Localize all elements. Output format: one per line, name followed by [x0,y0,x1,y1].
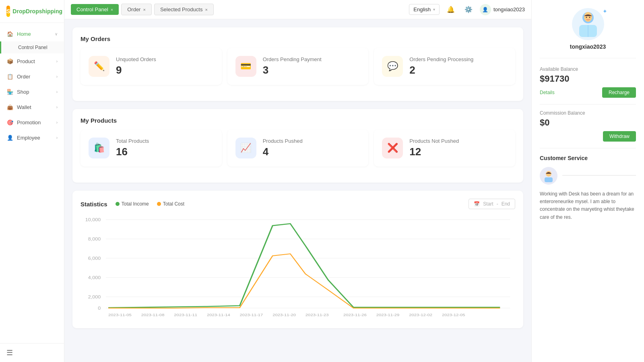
employee-chevron: › [56,136,58,140]
settings-button[interactable]: ⚙️ [462,3,475,16]
income-legend-label: Total Income [122,201,149,207]
notification-button[interactable]: 🔔 [444,3,457,16]
sidebar-item-shop-label: Shop [17,89,29,95]
bell-icon: 🔔 [447,6,455,13]
customer-service-title: Customer Service [540,155,636,161]
language-label: English [413,6,431,12]
sidebar-item-promotion[interactable]: 🎯 Promotion › [0,115,64,130]
products-pushed-value: 4 [263,146,303,158]
sidebar: S DropDropshipping 🏠 Home ∨ Control Pane… [0,0,64,362]
stats-title: Statistics [80,201,107,208]
tab-control-panel-close[interactable]: × [111,7,113,12]
promotion-icon: 🎯 [6,119,14,126]
pending-processing-value: 2 [409,64,473,76]
cs-line [562,175,636,176]
svg-text:2023-11-23: 2023-11-23 [305,313,329,317]
details-link[interactable]: Details [540,90,555,95]
cs-avatar-svg [541,169,556,183]
sidebar-item-control-panel[interactable]: Control Panel [0,41,64,53]
profile-section: ✦ tongxiao2023 [540,8,636,58]
tab-selected-products[interactable]: Selected Products × [154,4,214,15]
svg-text:2023-11-05: 2023-11-05 [108,313,132,317]
commission-balance-section: Commission Balance $0 Withdraw [540,110,636,142]
products-pushed-label: Products Pushed [263,138,303,144]
svg-text:10,000: 10,000 [85,218,101,222]
avatar-stars: ✦ [603,8,607,14]
username-label: tongxiao2023 [493,6,525,12]
language-chevron-icon: ▾ [433,7,435,12]
sidebar-item-order-label: Order [17,74,30,80]
wallet-chevron: › [56,105,58,109]
pending-processing-info: Orders Pending Processing 2 [409,56,473,76]
total-products-value: 16 [116,146,149,158]
avatar-svg [574,10,603,39]
sidebar-item-wallet[interactable]: 👜 Wallet › [0,99,64,115]
svg-point-26 [584,12,592,22]
svg-text:2023-11-20: 2023-11-20 [272,313,296,317]
svg-rect-31 [545,177,553,182]
tab-order[interactable]: Order × [121,4,152,15]
main-wrapper: Control Panel × Order × Selected Product… [64,0,644,362]
svg-text:2023-11-17: 2023-11-17 [240,313,263,317]
svg-point-28 [589,17,590,18]
orders-section: My Orders ✏️ Unquoted Orders 9 💳 [72,27,523,101]
tab-control-panel[interactable]: Control Panel × [71,4,119,15]
svg-text:2023-11-29: 2023-11-29 [376,313,400,317]
sidebar-item-product[interactable]: 📦 Product › [0,53,64,69]
sidebar-item-wallet-label: Wallet [17,104,31,110]
language-selector[interactable]: English ▾ [409,4,440,15]
total-products-info: Total Products 16 [116,138,149,158]
sidebar-item-employee[interactable]: 👤 Employee › [0,130,64,145]
sidebar-item-home[interactable]: 🏠 Home ∨ [0,26,64,41]
pending-payment-label: Orders Pending Payment [263,56,322,62]
pending-payment-card: 💳 Orders Pending Payment 3 [227,48,369,85]
products-not-pushed-value: 12 [409,146,459,158]
commission-balance-amount: $0 [540,117,636,128]
date-start: Start [483,201,493,207]
tab-order-label: Order [127,6,140,12]
unquoted-orders-card: ✏️ Unquoted Orders 9 [80,48,222,85]
employee-icon: 👤 [6,134,14,141]
logo-icon: S [6,6,10,17]
balance-divider [540,104,636,105]
tab-selected-products-label: Selected Products [160,6,203,12]
recharge-button[interactable]: Recharge [602,87,636,98]
svg-text:2023-11-26: 2023-11-26 [343,313,367,317]
svg-text:2023-11-08: 2023-11-08 [141,313,165,317]
unquoted-orders-label: Unquoted Orders [116,56,156,62]
sidebar-item-order[interactable]: 📋 Order › [0,69,64,84]
logo-text: DropDropshipping [12,8,62,14]
products-not-pushed-card: ❌ Products Not Pushed 12 [374,130,515,167]
svg-text:0: 0 [98,306,101,311]
tab-order-close[interactable]: × [143,7,145,12]
svg-text:2023-12-02: 2023-12-02 [409,313,432,317]
withdraw-button[interactable]: Withdraw [603,131,636,142]
svg-text:2023-12-05: 2023-12-05 [442,313,465,317]
available-balance-section: Available Balance $91730 Details Recharg… [540,66,636,98]
svg-text:2,000: 2,000 [88,295,101,299]
orders-section-inner: My Orders ✏️ Unquoted Orders 9 💳 [72,27,523,101]
orders-cards-row: ✏️ Unquoted Orders 9 💳 Orders Pending Pa… [80,48,515,85]
user-info[interactable]: 👤 tongxiao2023 [480,4,525,15]
customer-service-section: Customer Service Working with Desk has b… [540,155,636,221]
pending-payment-value: 3 [263,64,322,76]
commission-balance-actions: Withdraw [540,131,636,142]
cs-agent [540,167,636,185]
available-balance-amount: $91730 [540,74,636,84]
available-balance-label: Available Balance [540,66,636,72]
unquoted-orders-icon: ✏️ [89,56,109,77]
legend-cost: Total Cost [157,201,184,207]
promotion-chevron: › [56,120,58,125]
sidebar-item-product-label: Product [17,58,35,64]
menu-icon[interactable]: ☰ [6,349,13,357]
tab-selected-products-close[interactable]: × [205,7,207,12]
user-avatar-large: ✦ [572,8,604,40]
cost-legend-label: Total Cost [163,201,184,207]
sidebar-item-shop[interactable]: 🏪 Shop › [0,84,64,99]
products-section-title: My Products [80,117,515,124]
sidebar-bottom: ☰ [0,343,64,362]
sidebar-item-employee-label: Employee [17,135,40,141]
stats-header: Statistics Total Income Total Cost 📅 Sta… [80,199,515,209]
date-range-picker[interactable]: 📅 Start - End [469,199,515,209]
svg-text:4,000: 4,000 [88,276,101,280]
